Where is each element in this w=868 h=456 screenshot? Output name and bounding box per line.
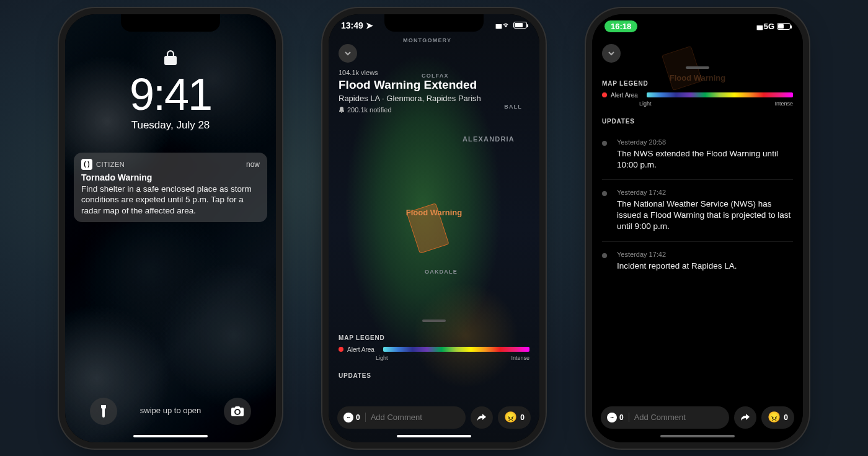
notification-title: Tornado Warning: [81, 172, 260, 182]
map-label: ALEXANDRIA: [463, 135, 515, 143]
camera-button[interactable]: [224, 398, 251, 425]
collapse-button[interactable]: [339, 44, 357, 63]
notification-app-icon: ( ): [81, 159, 92, 170]
updates-list: Yesterday 20:58 The NWS extended the Flo…: [602, 138, 793, 280]
reaction-button[interactable]: 😠 0: [761, 406, 794, 429]
update-timestamp: Yesterday 17:42: [617, 189, 793, 196]
reaction-button[interactable]: 😠 0: [498, 406, 531, 429]
map-label: MONTGOMERY: [403, 37, 451, 43]
notification-body: Find shelter in a safe enclosed place as…: [81, 184, 260, 217]
battery-icon: [513, 22, 527, 29]
timeline-dot-icon: [602, 141, 607, 146]
signal-icon: [495, 20, 500, 30]
battery-icon: [777, 23, 790, 30]
update-item[interactable]: Yesterday 17:42 The National Weather Ser…: [602, 179, 793, 241]
view-count: 104.1k views: [339, 69, 529, 76]
update-text: The NWS extended the Flood Warning until…: [617, 148, 793, 171]
comment-count: 0: [619, 413, 624, 422]
updates-heading: UPDATES: [339, 372, 529, 379]
share-button[interactable]: [471, 406, 493, 429]
map-label: OAKDALE: [425, 269, 458, 275]
lock-time: 9:41: [65, 72, 276, 117]
legend-title: MAP LEGEND: [339, 334, 529, 341]
notification-app-name: CITIZEN: [96, 161, 125, 168]
alert-area-dot-icon: [339, 347, 343, 352]
updates-heading: UPDATES: [602, 118, 793, 125]
status-indicators: ᯤ: [495, 20, 527, 30]
update-item[interactable]: Yesterday 20:58 The NWS extended the Flo…: [602, 138, 793, 179]
angry-emoji-icon: 😠: [504, 411, 517, 424]
angry-emoji-icon: 😠: [768, 411, 781, 424]
lock-icon: [65, 50, 276, 68]
comment-count: 0: [356, 413, 360, 422]
legend-light: Light: [639, 101, 652, 107]
legend-light: Light: [376, 355, 388, 361]
home-indicator[interactable]: [660, 435, 735, 437]
share-button[interactable]: [734, 406, 756, 429]
wifi-icon: ᯤ: [503, 20, 511, 30]
phone-incident-map: MONTGOMERY COLFAX BALL ALEXANDRIA OAKDAL…: [329, 14, 539, 442]
update-text: The National Weather Service (NWS) has i…: [617, 199, 793, 233]
comment-icon: [343, 413, 353, 422]
status-indicators: 5G: [756, 22, 790, 31]
comment-icon: [607, 413, 617, 422]
bell-icon: [339, 107, 345, 113]
incident-location: Rapides LA · Glenmora, Rapides Parish: [339, 94, 529, 103]
notified-count: 200.1k notified: [339, 106, 529, 114]
collapse-button[interactable]: [602, 44, 621, 63]
intensity-gradient: [383, 347, 529, 352]
phone-lockscreen: 9:41 Tuesday, July 28 ( ) CITIZEN now To…: [65, 14, 276, 442]
reaction-count: 0: [520, 413, 525, 422]
notification-card[interactable]: ( ) CITIZEN now Tornado Warning Find she…: [74, 153, 267, 223]
home-indicator[interactable]: [397, 435, 471, 437]
alert-area-dot-icon: [602, 92, 607, 97]
phone-incident-updates: Flood Warning 16:18 5G MAP LEGEND Alert …: [592, 14, 803, 442]
status-time: 13:49 ➤: [341, 20, 373, 30]
update-timestamp: Yesterday 17:42: [617, 251, 737, 258]
alert-area-label: Flood Warning: [329, 208, 539, 217]
incident-title: Flood Warning Extended: [339, 78, 529, 92]
comment-input-placeholder: Add Comment: [365, 413, 422, 422]
legend-title: MAP LEGEND: [602, 80, 793, 87]
comment-input-placeholder: Add Comment: [629, 413, 686, 422]
timeline-dot-icon: [602, 191, 607, 196]
update-timestamp: Yesterday 20:58: [617, 138, 793, 146]
legend-intense: Intense: [511, 355, 529, 361]
legend-intense: Intense: [774, 101, 793, 107]
comment-bar[interactable]: 0 Add Comment: [337, 406, 466, 429]
comment-bar[interactable]: 0 Add Comment: [601, 406, 729, 429]
network-label: 5G: [764, 22, 774, 31]
timeline-dot-icon: [602, 253, 607, 258]
sheet-drag-handle[interactable]: [422, 320, 446, 322]
legend-alert-area: Alert Area: [347, 346, 374, 353]
sheet-drag-handle[interactable]: [686, 66, 709, 69]
reaction-count: 0: [784, 413, 788, 422]
update-text: Incident reported at Rapides LA.: [617, 261, 737, 272]
signal-icon: [756, 22, 761, 31]
home-indicator[interactable]: [133, 435, 208, 437]
notification-timestamp: now: [246, 160, 260, 169]
status-time-active[interactable]: 16:18: [604, 20, 637, 32]
flashlight-button[interactable]: [90, 398, 117, 425]
legend-alert-area: Alert Area: [611, 92, 638, 99]
intensity-gradient: [647, 92, 793, 97]
update-item[interactable]: Yesterday 17:42 Incident reported at Rap…: [602, 241, 793, 280]
lock-date: Tuesday, July 28: [65, 119, 276, 132]
